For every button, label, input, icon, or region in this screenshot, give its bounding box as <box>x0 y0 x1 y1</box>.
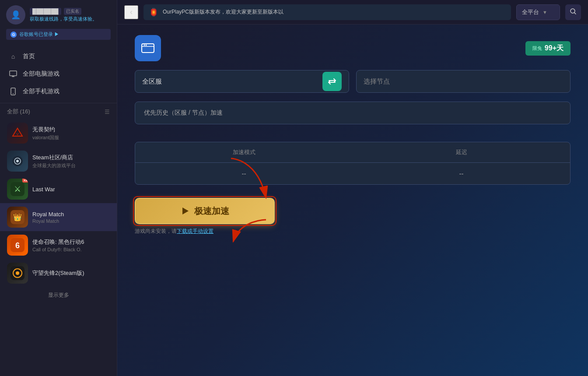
home-icon: ⌂ <box>9 52 18 61</box>
accelerate-button[interactable]: 极速加速 <box>135 198 275 224</box>
sidebar-item-home[interactable]: ⌂ 首页 <box>0 48 117 65</box>
game-item-overwatch[interactable]: 守望先锋2(Steam版) <box>0 259 117 287</box>
google-login-label: 谷歌账号已登录 ▶ <box>19 31 59 38</box>
pc-games-label: 全部电脑游戏 <box>23 70 60 78</box>
svg-point-19 <box>144 45 145 46</box>
announcement-text: OurPlayPC版新版本发布，欢迎大家更新至新版本以 <box>163 8 284 16</box>
show-more-button[interactable]: 显示更多 <box>0 287 117 303</box>
royalmatch-text: Royal Match Royal Match <box>32 211 64 224</box>
profile-name-row: ███████ 已实名 <box>30 8 97 15</box>
promo-text: 获取极速线路，享受高速体验。 <box>30 16 97 22</box>
history-bar[interactable]: 优先历史（区服 / 节点）加速 <box>135 102 570 124</box>
stats-mode-value: -- <box>135 163 353 184</box>
stats-delay-value: -- <box>353 163 570 184</box>
svg-marker-21 <box>182 207 189 214</box>
royalmatch-name: Royal Match <box>32 211 64 218</box>
royalmatch-icon: 👑 <box>7 207 28 228</box>
game-item-valorant[interactable]: V 无畏契约 valorant国服 <box>0 119 117 147</box>
lastwar-text: Last War <box>32 186 55 193</box>
stats-data-row: -- -- <box>135 163 570 184</box>
game-item-steam[interactable]: Steam社区/商店 全球最大的游戏平台 <box>0 147 117 175</box>
lastwar-icon: ⚔ x2 <box>7 179 28 200</box>
swap-button[interactable] <box>322 72 342 91</box>
svg-text:6: 6 <box>15 241 20 250</box>
vip-days: 99+天 <box>545 44 564 53</box>
cod-subtitle: Call of Duty®: Black O. <box>32 247 84 252</box>
x2-badge: x2 <box>22 179 28 183</box>
game-logo-box <box>135 35 161 61</box>
main-content: ‹ 🏮 OurPlayPC版新版本发布，欢迎大家更新至新版本以 全平台 ▼ <box>117 0 588 376</box>
server-row: 全区服 选择节点 <box>135 70 570 93</box>
stats-header-row: 加速模式 延迟 <box>135 142 570 163</box>
search-button[interactable] <box>565 4 581 20</box>
game-item-cod[interactable]: 6 使命召唤: 黑色行动6 Call of Duty®: Black O. <box>0 231 117 259</box>
valorant-name: 无畏契约 <box>32 126 59 134</box>
profile-info: ███████ 已实名 获取极速线路，享受高速体验。 <box>30 8 97 22</box>
accelerate-label: 极速加速 <box>194 205 229 217</box>
server-select-box[interactable]: 全区服 <box>135 70 349 93</box>
show-more-label: 显示更多 <box>48 292 69 299</box>
node-select-label: 选择节点 <box>364 77 390 86</box>
svg-rect-0 <box>10 71 17 76</box>
home-label: 首页 <box>23 53 35 60</box>
top-bar: ‹ 🏮 OurPlayPC版新版本发布，欢迎大家更新至新版本以 全平台 ▼ <box>117 0 588 25</box>
install-hint: 游戏尚未安装，请 下载或手动设置 <box>135 228 214 235</box>
svg-rect-18 <box>142 44 154 53</box>
action-area: 极速加速 游戏尚未安装，请 下载或手动设置 <box>135 198 570 235</box>
nav-section: ⌂ 首页 全部电脑游戏 全部手机游戏 <box>0 45 117 103</box>
chevron-down-icon: ▼ <box>542 10 547 15</box>
steam-name: Steam社区/商店 <box>32 154 76 162</box>
sidebar-item-pc-games[interactable]: 全部电脑游戏 <box>0 65 117 83</box>
stats-table: 加速模式 延迟 -- -- <box>135 142 570 185</box>
steam-text: Steam社区/商店 全球最大的游戏平台 <box>32 154 76 169</box>
search-icon <box>570 8 577 17</box>
game-item-lastwar[interactable]: ⚔ x2 Last War <box>0 175 117 203</box>
svg-text:V: V <box>16 132 19 136</box>
overwatch-text: 守望先锋2(Steam版) <box>32 269 84 277</box>
vip-badge: 限兔 99+天 <box>525 41 570 56</box>
svg-point-7 <box>16 160 19 162</box>
monitor-icon <box>9 70 18 78</box>
install-hint-link[interactable]: 下载或手动设置 <box>177 228 214 235</box>
stats-area: 加速模式 延迟 -- -- <box>135 142 570 185</box>
stats-header-delay: 延迟 <box>353 142 570 162</box>
svg-point-16 <box>16 271 19 275</box>
games-list-section: 全部 (16) ☰ V 无畏契约 valorant国服 <box>0 103 117 376</box>
back-button[interactable]: ‹ <box>124 5 138 19</box>
valorant-icon: V <box>7 123 28 144</box>
lantern-icon: 🏮 <box>149 7 158 17</box>
detail-top-row: 限兔 99+天 <box>135 35 570 61</box>
back-icon: ‹ <box>130 7 133 17</box>
cod-name: 使命召唤: 黑色行动6 <box>32 238 84 246</box>
games-header: 全部 (16) ☰ <box>0 103 117 119</box>
stats-header-mode: 加速模式 <box>135 142 353 162</box>
sidebar-item-mobile-games[interactable]: 全部手机游戏 <box>0 83 117 100</box>
games-count-label: 全部 (16) <box>7 108 30 116</box>
cod-text: 使命召唤: 黑色行动6 Call of Duty®: Black O. <box>32 238 84 252</box>
google-login-button[interactable]: G 谷歌账号已登录 ▶ <box>6 29 111 40</box>
profile-name: ███████ <box>30 8 61 15</box>
google-icon: G <box>10 32 17 38</box>
node-select-box[interactable]: 选择节点 <box>356 70 570 93</box>
sort-controls: ☰ <box>105 109 110 115</box>
steam-icon <box>7 151 28 172</box>
steam-subtitle: 全球最大的游戏平台 <box>32 162 76 169</box>
svg-text:👑: 👑 <box>13 213 22 221</box>
overwatch-name: 守望先锋2(Steam版) <box>32 269 84 277</box>
avatar: 👤 <box>6 5 25 25</box>
mobile-games-label: 全部手机游戏 <box>23 88 60 95</box>
vip-label: 限兔 <box>532 45 542 52</box>
verified-badge: 已实名 <box>64 8 81 15</box>
svg-point-20 <box>146 45 147 46</box>
lastwar-name: Last War <box>32 186 55 193</box>
game-item-royalmatch[interactable]: 👑 Royal Match Royal Match <box>0 203 117 231</box>
valorant-subtitle: valorant国服 <box>32 134 59 141</box>
svg-point-2 <box>13 93 14 94</box>
platform-label: 全平台 <box>522 8 539 16</box>
profile-section: 👤 ███████ 已实名 获取极速线路，享受高速体验。 <box>0 0 117 29</box>
platform-selector[interactable]: 全平台 ▼ <box>516 4 560 20</box>
install-hint-pre: 游戏尚未安装，请 <box>135 228 177 235</box>
detail-content: 限兔 99+天 全区服 选择节点 <box>135 35 570 235</box>
mobile-icon <box>9 87 18 96</box>
game-detail-area: 限兔 99+天 全区服 选择节点 <box>117 25 588 376</box>
